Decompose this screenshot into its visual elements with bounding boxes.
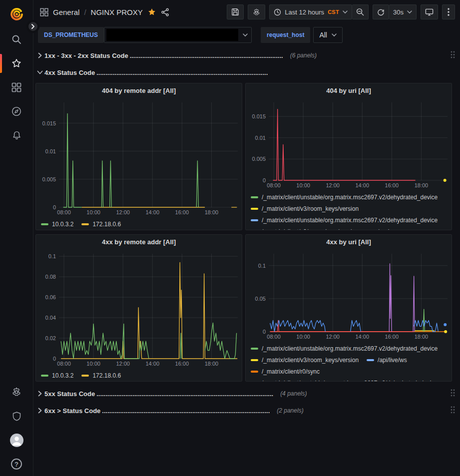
svg-text:08:00: 08:00	[57, 361, 71, 367]
row-drag-handle[interactable]	[451, 51, 455, 60]
legend-label[interactable]: 10.0.3.2	[52, 372, 73, 379]
legend-label[interactable]: /_matrix/client/r0/sync	[262, 368, 320, 375]
grafana-logo[interactable]	[10, 5, 23, 22]
sidebar-item-server-admin[interactable]	[0, 404, 33, 428]
zoom-out-button[interactable]	[352, 4, 369, 19]
row-header-6xx[interactable]: 6xx > Status Code ......................…	[35, 404, 457, 417]
sidebar-item-alerting[interactable]	[0, 123, 33, 147]
variable-dropdown-request-host[interactable]: All	[313, 27, 343, 43]
time-range-picker[interactable]: Last 12 hours CST	[269, 4, 352, 19]
panel: 4xx by remote addr [All]08:0010:0012:001…	[35, 234, 242, 382]
legend-swatch	[251, 348, 258, 350]
redacted-value	[106, 29, 238, 41]
gear-icon	[11, 387, 22, 398]
row-drag-handle[interactable]	[451, 389, 455, 398]
time-series-chart: 08:0010:0012:0014:0016:0018:0000.020.040…	[36, 250, 242, 369]
favorite-star-icon[interactable]	[147, 7, 156, 16]
legend-label[interactable]: /_matrix/client/v3/room_keys/version	[262, 228, 359, 230]
svg-text:0.05: 0.05	[255, 296, 266, 302]
svg-text:0: 0	[53, 204, 56, 210]
save-dashboard-button[interactable]	[227, 4, 244, 19]
panel-legend: 10.0.3.2172.18.0.6	[36, 369, 242, 381]
gear-icon	[252, 8, 261, 16]
legend-label[interactable]: /_matrix/client/v3/room_keys/version	[262, 205, 359, 212]
svg-text:16:00: 16:00	[385, 334, 399, 340]
legend-item: /_matrix/client/v3/room_keys/version	[251, 354, 359, 366]
main-area: General / NGINX PROXY	[33, 0, 460, 476]
legend-label[interactable]: /_matrix/client/unstable/org.matrix.msc2…	[262, 217, 438, 224]
cycle-view-mode-button[interactable]	[421, 4, 438, 19]
svg-text:18:00: 18:00	[205, 209, 219, 215]
svg-text:0: 0	[263, 177, 266, 183]
search-icon	[11, 34, 22, 45]
variable-dropdown-ds-prometheus[interactable]	[104, 27, 252, 43]
panel-title[interactable]: 404 by uri [All]	[246, 83, 452, 98]
legend-item: /sw.js	[367, 226, 392, 230]
clock-icon	[274, 8, 281, 16]
question-icon: ?	[11, 459, 22, 470]
chevron-down-icon	[332, 33, 337, 37]
legend-item: 172.18.0.6	[81, 370, 121, 381]
time-series-chart: 08:0010:0012:0014:0016:0018:0000.050.1	[246, 250, 452, 342]
legend-label[interactable]: 172.18.0.6	[92, 221, 121, 228]
chevron-down-icon	[407, 10, 412, 14]
sidebar-item-explore[interactable]	[0, 99, 33, 123]
panel-title[interactable]: 404 by remote addr [All]	[36, 83, 242, 98]
panel-title[interactable]: 4xx by uri [All]	[246, 235, 452, 250]
refresh-button[interactable]	[373, 4, 389, 19]
sidebar-item-configuration[interactable]	[0, 380, 33, 404]
row-header-1xx-3xx-2xx[interactable]: 1xx - 3xx - 2xx Status Code ............…	[35, 49, 457, 62]
variable-label-request-host[interactable]: request_host	[261, 27, 310, 43]
panel: 404 by remote addr [All]08:0010:0012:001…	[35, 83, 242, 230]
svg-text:18:00: 18:00	[205, 361, 219, 367]
legend-label[interactable]: /_matrix/client/unstable/org.matrix.msc2…	[262, 345, 438, 352]
sidebar-item-dashboards[interactable]	[0, 75, 33, 99]
variable-label-ds-prometheus[interactable]: DS_PROMETHEUS	[38, 27, 104, 43]
share-icon[interactable]	[161, 8, 169, 16]
expand-sidebar-button[interactable]	[26, 20, 39, 33]
svg-text:14:00: 14:00	[146, 361, 160, 367]
legend-label[interactable]: /api/live/ws	[378, 357, 407, 364]
svg-text:0.1: 0.1	[48, 253, 56, 259]
svg-text:18:00: 18:00	[415, 334, 429, 340]
dashboard-grid-icon	[40, 8, 48, 16]
breadcrumb-section[interactable]: General	[53, 8, 79, 16]
svg-text:08:00: 08:00	[267, 334, 281, 340]
legend-label[interactable]: /_matrix/client/v3/room_keys/version	[262, 357, 359, 364]
row-panel-count: (4 panels)	[280, 390, 307, 397]
page-title[interactable]: NGINX PROXY	[91, 8, 143, 16]
row-title-dots: ........................................…	[96, 69, 268, 76]
row-drag-handle[interactable]	[451, 406, 455, 415]
row-title-dots: ........................................…	[102, 407, 270, 415]
legend-label[interactable]: 172.18.0.6	[92, 372, 121, 379]
panel-title[interactable]: 4xx by remote addr [All]	[36, 235, 242, 250]
top-navigation: General / NGINX PROXY	[33, 0, 460, 24]
legend-label[interactable]: /sw.js	[378, 228, 392, 230]
legend-label[interactable]: /_matrix/client/unstable/org.matrix.msc2…	[262, 380, 438, 382]
legend-label[interactable]: /_matrix/client/unstable/org.matrix.msc2…	[262, 194, 438, 201]
legend-label[interactable]: 10.0.3.2	[52, 221, 73, 228]
breadcrumb: General / NGINX PROXY	[40, 7, 169, 16]
toolbar: Last 12 hours CST 30s	[227, 4, 455, 19]
legend-swatch	[81, 375, 89, 377]
row-header-4xx[interactable]: 4xx Status Code ........................…	[35, 66, 457, 79]
svg-text:10:00: 10:00	[296, 334, 310, 340]
dashboard-settings-button[interactable]	[248, 4, 265, 19]
sidebar-item-starred[interactable]	[0, 51, 33, 75]
legend-item: /api/live/ws	[367, 354, 407, 366]
dashboard-body: 1xx - 3xx - 2xx Status Code ............…	[33, 48, 460, 476]
svg-text:10:00: 10:00	[86, 361, 100, 367]
row-header-5xx[interactable]: 5xx Status Code ........................…	[35, 387, 457, 400]
svg-text:0.01: 0.01	[45, 148, 56, 154]
svg-text:0: 0	[53, 356, 56, 362]
breadcrumb-separator: /	[84, 8, 86, 16]
refresh-interval-dropdown[interactable]: 30s	[389, 4, 417, 19]
legend-item: 172.18.0.6	[81, 218, 121, 230]
time-series-chart: 08:0010:0012:0014:0016:0018:0000.0050.01…	[246, 98, 452, 191]
sidebar-item-profile[interactable]	[0, 428, 33, 452]
more-menu-button[interactable]	[442, 4, 455, 19]
sidebar-item-help[interactable]: ?	[0, 452, 33, 476]
sidebar-bottom-items: ?	[0, 380, 33, 476]
chevron-down-icon	[243, 33, 248, 37]
svg-text:16:00: 16:00	[175, 361, 189, 367]
